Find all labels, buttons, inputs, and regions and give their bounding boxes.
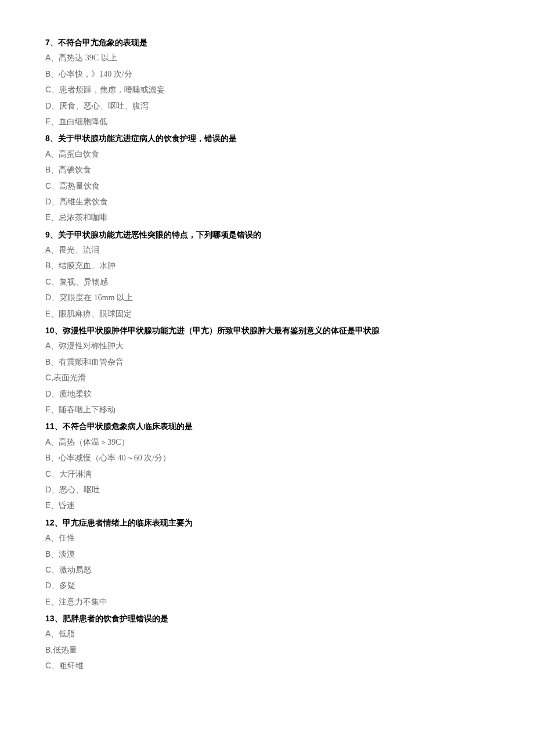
- option-text: 患者烦躁，焦虑，嗜睡或澹妄: [59, 85, 165, 94]
- option-label: A、: [45, 149, 59, 159]
- option: E、随吞咽上下移动: [45, 403, 489, 416]
- option-text: 大汗淋漓: [59, 470, 92, 478]
- option-label: A、: [45, 533, 59, 542]
- option: C、复视、异物感: [45, 275, 489, 289]
- option: C、粗纤维: [45, 659, 489, 672]
- option-text: 低热量: [53, 646, 77, 654]
- option-text: 质地柔软: [59, 390, 92, 398]
- document-body: 7、不符合甲亢危象的表现是A、高热达 39C 以上B、心率快，》140 次/分C…: [45, 36, 489, 673]
- question-separator: 、: [50, 38, 58, 47]
- option-label: E、: [45, 501, 59, 510]
- option-text: 多疑: [59, 581, 75, 590]
- option-text: 高蛋白饮食: [59, 150, 99, 159]
- question-text: 关于甲状腺功能亢进症病人的饮食护理，错误的是: [58, 134, 237, 143]
- option-text: 高热量饮食: [59, 182, 100, 190]
- option-text: 弥漫性对称性肿大: [59, 341, 124, 350]
- option: E、眼肌麻痹、眼球固定: [45, 307, 489, 321]
- option-label: E、: [45, 597, 59, 606]
- option-text: 高碘饮食: [59, 165, 91, 174]
- question-text: 不符合甲状腺危象病人临床表现的是: [63, 422, 193, 431]
- option: A、畏光、流泪: [45, 243, 489, 257]
- option-text: 任性: [59, 534, 75, 542]
- option-label: A、: [45, 245, 59, 254]
- option-text: 心率减慢（心率 40～60 次/分）: [59, 453, 171, 462]
- option-text: 眼肌麻痹、眼球固定: [59, 309, 132, 318]
- question-separator: 、: [50, 230, 58, 239]
- option: D、突眼度在 16mm 以上: [45, 291, 489, 304]
- option: D、多疑: [45, 579, 489, 592]
- option-text: 注意力不集中: [59, 597, 107, 606]
- option-text: 昏迷: [59, 501, 75, 510]
- question-text: 甲亢症患者情绪上的临床表现主要为: [63, 518, 193, 527]
- option-label: A、: [45, 53, 59, 62]
- question-number: 7: [45, 38, 50, 47]
- option: B、心率减慢（心率 40～60 次/分）: [45, 451, 489, 465]
- option: A、低脂: [45, 627, 489, 640]
- option-label: C,: [45, 373, 53, 382]
- option: C、大汗淋漓: [45, 467, 489, 481]
- option: C、激动易怒: [45, 563, 489, 577]
- option-label: B,: [45, 645, 53, 654]
- question-stem: 9、关于甲状腺功能亢进恶性突眼的特点，下列哪项是错误的: [45, 228, 489, 241]
- option-label: B、: [45, 165, 59, 174]
- question-separator: 、: [55, 422, 63, 431]
- option-label: B、: [45, 69, 59, 78]
- option-text: 高维生素饮食: [59, 197, 108, 206]
- question-number: 8: [45, 134, 50, 143]
- option: A、弥漫性对称性肿大: [45, 339, 489, 352]
- option-label: B、: [45, 261, 59, 270]
- option-label: A、: [45, 629, 59, 638]
- option-text: 结膜充血、水肿: [59, 261, 116, 270]
- option-text: 粗纤维: [59, 661, 84, 670]
- option-label: D、: [45, 581, 59, 590]
- option-label: B、: [45, 453, 59, 462]
- question-number: 9: [45, 230, 50, 239]
- option: E、血白细胞降低: [45, 115, 489, 128]
- option-text: 复视、异物感: [59, 278, 108, 286]
- option-text: 激动易怒: [59, 566, 92, 574]
- option: E、注意力不集中: [45, 595, 489, 609]
- option: D、厌食、恶心、呕吐、腹泻: [45, 99, 489, 113]
- question-text: 关于甲状腺功能亢进恶性突眼的特点，下列哪项是错误的: [58, 230, 261, 239]
- option-label: B、: [45, 357, 59, 366]
- question-stem: 10、弥漫性甲状腺肿伴甲状腺功能亢进（甲亢）所致甲状腺肿大最有鉴别意义的体征是甲…: [45, 324, 489, 337]
- option-text: 低脂: [59, 629, 75, 638]
- option: B、结膜充血、水肿: [45, 259, 489, 272]
- option-label: E、: [45, 405, 59, 414]
- option: E、忌浓茶和咖啡: [45, 211, 489, 224]
- option-label: C、: [45, 85, 59, 94]
- option-label: B、: [45, 549, 59, 559]
- option: A、高蛋白饮食: [45, 147, 489, 161]
- question-text: 不符合甲亢危象的表现是: [58, 38, 147, 47]
- option-label: C、: [45, 277, 59, 286]
- question-separator: 、: [55, 518, 63, 527]
- question-separator: 、: [50, 134, 58, 143]
- option: A、高热达 39C 以上: [45, 51, 489, 64]
- option: D、高维生素饮食: [45, 195, 489, 208]
- option: B、高碘饮食: [45, 163, 489, 177]
- option-text: 畏光、流泪: [59, 246, 99, 254]
- question-stem: 12、甲亢症患者情绪上的临床表现主要为: [45, 516, 489, 529]
- question-stem: 13、肥胖患者的饮食护理错误的是: [45, 612, 489, 625]
- option-text: 突眼度在 16mm 以上: [59, 293, 133, 302]
- question-stem: 7、不符合甲亢危象的表现是: [45, 36, 489, 49]
- question-separator: 、: [55, 614, 63, 623]
- option: D、质地柔软: [45, 387, 489, 401]
- option-label: D、: [45, 101, 59, 110]
- option-label: E、: [45, 117, 59, 126]
- option: A、任性: [45, 531, 489, 545]
- option-text: 表面光滑: [53, 373, 86, 382]
- option-label: C、: [45, 565, 59, 574]
- option-label: D、: [45, 197, 59, 206]
- option-text: 血白细胞降低: [59, 117, 107, 126]
- option-text: 高热（体温＞39C）: [59, 438, 129, 447]
- option-text: 厌食、恶心、呕吐、腹泻: [59, 102, 149, 110]
- option-label: E、: [45, 213, 59, 222]
- option-label: C、: [45, 181, 59, 190]
- question-separator: 、: [55, 326, 63, 335]
- option-label: D、: [45, 485, 59, 494]
- option-label: C、: [45, 661, 59, 670]
- question-stem: 11、不符合甲状腺危象病人临床表现的是: [45, 420, 489, 433]
- option-label: A、: [45, 437, 59, 447]
- option-text: 有震颤和血管杂音: [59, 358, 124, 366]
